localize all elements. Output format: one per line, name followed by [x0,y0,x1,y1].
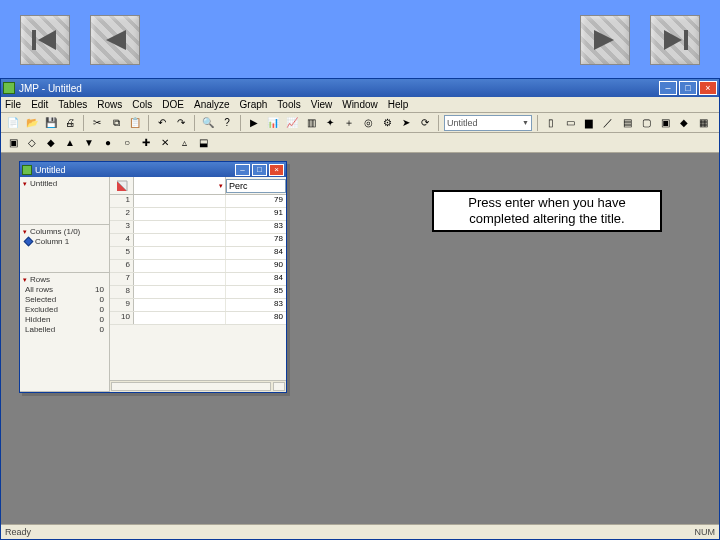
tb-copy[interactable]: ⧉ [108,115,124,131]
tb-run[interactable]: ▶ [246,115,262,131]
row-header[interactable]: 9 [110,299,134,311]
tb2-g[interactable]: ○ [119,135,135,151]
tb-chart[interactable]: 📊 [265,115,281,131]
tb2-a[interactable]: ▣ [5,135,21,151]
column-header-editing[interactable] [226,177,286,194]
tb2-e[interactable]: ▼ [81,135,97,151]
tb-undo[interactable]: ↶ [154,115,170,131]
tb-arrow[interactable]: ➤ [398,115,414,131]
tb2-b[interactable]: ◇ [24,135,40,151]
tb-find[interactable]: 🔍 [200,115,216,131]
tb-col[interactable]: ▯ [543,115,559,131]
cell-blank[interactable] [134,286,226,298]
maximize-button[interactable]: □ [679,81,697,95]
table-row[interactable]: 1080 [110,312,286,325]
cell-value[interactable]: 83 [226,299,286,311]
minimize-button[interactable]: – [659,81,677,95]
row-header[interactable]: 1 [110,195,134,207]
menu-doe[interactable]: DOE [162,99,184,110]
cell-blank[interactable] [134,273,226,285]
grid-corner[interactable] [110,177,134,194]
tb2-d[interactable]: ▲ [62,135,78,151]
tb-pin[interactable]: ◆ [676,115,692,131]
menu-view[interactable]: View [311,99,333,110]
window-list-combo[interactable]: Untitled ▼ [444,115,532,131]
menu-rows[interactable]: Rows [97,99,122,110]
tb-print[interactable]: 🖨 [62,115,78,131]
tb-box[interactable]: ▢ [638,115,654,131]
menu-tools[interactable]: Tools [277,99,300,110]
tb-hist[interactable]: ▤ [619,115,635,131]
cell-blank[interactable] [134,312,226,324]
tb2-i[interactable]: ✕ [157,135,173,151]
table-row[interactable]: 179 [110,195,286,208]
tb2-j[interactable]: ▵ [176,135,192,151]
menu-cols[interactable]: Cols [132,99,152,110]
table-row[interactable]: 885 [110,286,286,299]
cell-value[interactable]: 84 [226,273,286,285]
child-minimize-button[interactable]: – [235,164,250,176]
row-header[interactable]: 2 [110,208,134,220]
row-header[interactable]: 5 [110,247,134,259]
tb-fit[interactable]: 📈 [284,115,300,131]
row-header[interactable]: 7 [110,273,134,285]
first-slide-button[interactable] [20,15,70,65]
tb-save[interactable]: 💾 [43,115,59,131]
menu-help[interactable]: Help [388,99,409,110]
row-header[interactable]: 4 [110,234,134,246]
cell-blank[interactable] [134,208,226,220]
tb2-h[interactable]: ✚ [138,135,154,151]
tb-new[interactable]: 📄 [5,115,21,131]
tb2-c[interactable]: ◆ [43,135,59,151]
menu-analyze[interactable]: Analyze [194,99,230,110]
tb2-f[interactable]: ● [100,135,116,151]
menu-graph[interactable]: Graph [240,99,268,110]
tb-help[interactable]: ? [219,115,235,131]
tb-open[interactable]: 📂 [24,115,40,131]
tb-target[interactable]: ◎ [360,115,376,131]
tb-dist[interactable]: ▥ [303,115,319,131]
row-header[interactable]: 6 [110,260,134,272]
column-item[interactable]: Column 1 [23,236,106,247]
column-menu-icon[interactable]: ▾ [219,182,223,190]
menu-file[interactable]: File [5,99,21,110]
tb-line[interactable]: ／ [600,115,616,131]
cell-blank[interactable] [134,299,226,311]
tb-gear[interactable]: ⚙ [379,115,395,131]
row-header[interactable]: 3 [110,221,134,233]
grid-scrollbar[interactable] [110,380,286,392]
menu-edit[interactable]: Edit [31,99,48,110]
prev-slide-button[interactable] [90,15,140,65]
table-row[interactable]: 584 [110,247,286,260]
child-maximize-button[interactable]: □ [252,164,267,176]
disclosure-icon[interactable]: ▾ [23,276,27,284]
table-row[interactable]: 983 [110,299,286,312]
row-header[interactable]: 8 [110,286,134,298]
cell-blank[interactable] [134,260,226,272]
tb-row[interactable]: ▭ [562,115,578,131]
tb-cycle[interactable]: ⟳ [417,115,433,131]
disclosure-icon[interactable]: ▾ [23,228,27,236]
tb-paste[interactable]: 📋 [127,115,143,131]
column-header-blank[interactable]: ▾ [134,177,226,194]
tb-grid[interactable]: ▦ [695,115,711,131]
tb-tree[interactable]: ✦ [322,115,338,131]
tb-redo[interactable]: ↷ [173,115,189,131]
cell-value[interactable]: 85 [226,286,286,298]
tb-plus[interactable]: ＋ [341,115,357,131]
table-row[interactable]: 784 [110,273,286,286]
table-row[interactable]: 291 [110,208,286,221]
cell-value[interactable]: 91 [226,208,286,220]
child-close-button[interactable]: × [269,164,284,176]
cell-value[interactable]: 78 [226,234,286,246]
cell-value[interactable]: 90 [226,260,286,272]
tb-tag[interactable]: ▣ [657,115,673,131]
cell-blank[interactable] [134,234,226,246]
close-button[interactable]: × [699,81,717,95]
cell-value[interactable]: 84 [226,247,286,259]
cell-value[interactable]: 83 [226,221,286,233]
disclosure-icon[interactable]: ▾ [23,180,27,188]
cell-value[interactable]: 80 [226,312,286,324]
menu-tables[interactable]: Tables [58,99,87,110]
table-row[interactable]: 478 [110,234,286,247]
